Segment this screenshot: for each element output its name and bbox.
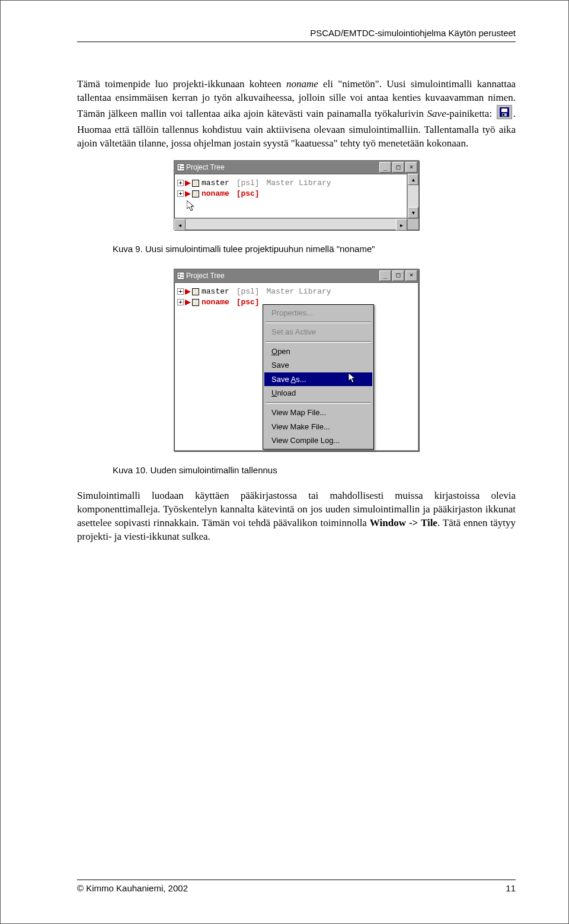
tree-ext: [psc]: [236, 189, 260, 199]
maximize-button[interactable]: □: [392, 162, 404, 173]
menu-separator: [266, 402, 371, 404]
svg-rect-6: [178, 165, 180, 167]
doc-icon: [192, 288, 199, 295]
svg-rect-8: [181, 166, 184, 167]
doc-icon: [192, 299, 199, 306]
triangle-icon: [185, 289, 191, 295]
scroll-left-button[interactable]: ◂: [174, 219, 186, 231]
tree-ext: [psc]: [236, 297, 260, 308]
figure-9-caption: Kuva 9. Uusi simulointimalli tulee proje…: [113, 243, 516, 255]
menu-item-view-map[interactable]: View Map File...: [264, 406, 372, 420]
doc-icon: [192, 190, 199, 197]
italic-noname: noname: [286, 78, 318, 90]
doc-icon: [192, 180, 199, 187]
window-title: Project Tree: [186, 271, 378, 281]
app-icon: [177, 163, 186, 171]
titlebar[interactable]: Project Tree _ □ ×: [174, 161, 418, 174]
triangle-icon: [185, 180, 191, 186]
svg-marker-19: [185, 299, 191, 305]
menu-item-view-compile[interactable]: View Compile Log...: [264, 434, 372, 448]
close-button[interactable]: ×: [405, 270, 417, 281]
tree-item-master: + master [psl] Master Library: [177, 286, 415, 297]
svg-rect-16: [181, 275, 184, 275]
tree-ext: [psl]: [236, 286, 260, 297]
svg-marker-18: [185, 289, 191, 295]
expand-icon[interactable]: +: [177, 288, 184, 295]
tree-ext: [psl]: [236, 178, 260, 189]
resize-grip[interactable]: [407, 218, 418, 230]
text: Tämä toimenpide luo projekti-ikkunaan ko…: [77, 78, 286, 90]
svg-rect-13: [177, 272, 184, 279]
triangle-icon: [185, 191, 191, 197]
page: PSCAD/EMTDC-simulointiohjelma Käytön per…: [0, 0, 569, 924]
menu-item-save[interactable]: Save: [264, 358, 372, 372]
window-title: Project Tree: [186, 163, 378, 172]
svg-rect-7: [178, 167, 180, 169]
triangle-icon: [185, 299, 191, 305]
tree-label: noname: [202, 189, 229, 199]
menu-item-unload[interactable]: Unload: [264, 386, 372, 400]
svg-rect-9: [181, 168, 184, 169]
paragraph-1: Tämä toimenpide luo projekti-ikkunaan ko…: [77, 78, 516, 151]
cursor-icon: [187, 200, 414, 216]
menu-separator: [266, 341, 371, 343]
figure-10-caption: Kuva 10. Uuden simulointimallin tallennu…: [113, 464, 516, 476]
scroll-track[interactable]: [186, 219, 396, 230]
maximize-button[interactable]: □: [392, 270, 404, 281]
menu-separator: [266, 321, 371, 323]
menu-item-view-make[interactable]: View Make File...: [264, 420, 372, 434]
titlebar[interactable]: Project Tree _ □ ×: [174, 269, 418, 282]
scroll-up-button[interactable]: ▴: [408, 174, 418, 185]
menu-item-save-as[interactable]: Save As...: [264, 372, 372, 387]
save-icon: [497, 105, 512, 123]
scroll-right-button[interactable]: ▸: [396, 219, 407, 231]
horizontal-scrollbar[interactable]: ◂ ▸: [174, 218, 407, 230]
tree-label: master: [202, 286, 229, 297]
svg-marker-11: [185, 191, 191, 197]
expand-icon[interactable]: +: [177, 180, 184, 186]
menu-item-set-active[interactable]: Set as Active: [264, 325, 372, 339]
svg-rect-2: [501, 109, 507, 112]
project-tree-window-2: Project Tree _ □ × + master [psl] Master…: [174, 269, 419, 451]
footer-page-number: 11: [506, 882, 516, 894]
svg-rect-15: [178, 276, 180, 278]
svg-rect-17: [181, 277, 184, 278]
expand-icon[interactable]: +: [177, 190, 184, 197]
svg-rect-5: [177, 164, 184, 171]
expand-icon[interactable]: +: [177, 299, 184, 305]
svg-marker-12: [187, 200, 194, 211]
context-menu: Properties... Set as Active Open Save Sa…: [263, 304, 374, 450]
text: -painiketta:: [446, 108, 496, 119]
close-button[interactable]: ×: [405, 162, 417, 173]
tree-label: noname: [202, 297, 229, 308]
bold-menu-path: Window -> Tile: [370, 517, 437, 528]
tree-desc: Master Library: [266, 178, 331, 189]
svg-marker-10: [185, 180, 191, 186]
tree-view[interactable]: + master [psl] Master Library + noname […: [174, 282, 418, 451]
tree-label: master: [202, 178, 229, 189]
tree-desc: Master Library: [266, 286, 331, 297]
footer-copyright: © Kimmo Kauhaniemi, 2002: [77, 882, 188, 894]
menu-item-open[interactable]: Open: [264, 345, 372, 359]
paragraph-2: Simulointimalli luodaan käyttäen pääkirj…: [77, 489, 516, 544]
svg-rect-4: [503, 114, 504, 116]
svg-marker-20: [349, 373, 355, 383]
tree-item-master: + master [psl] Master Library: [177, 178, 404, 189]
project-tree-window: Project Tree _ □ × + master [psl] Master…: [174, 160, 419, 231]
menu-item-properties[interactable]: Properties...: [264, 306, 372, 320]
page-footer: © Kimmo Kauhaniemi, 2002 11: [77, 880, 516, 894]
italic-save: Save: [427, 108, 446, 119]
tree-view[interactable]: + master [psl] Master Library + noname […: [174, 174, 407, 219]
app-icon: [177, 272, 186, 280]
running-header: PSCAD/EMTDC-simulointiohjelma Käytön per…: [77, 27, 516, 42]
tree-item-noname: + noname [psc]: [177, 189, 404, 199]
svg-rect-14: [178, 273, 180, 275]
cursor-icon: [349, 373, 357, 387]
minimize-button[interactable]: _: [379, 270, 391, 281]
minimize-button[interactable]: _: [379, 162, 391, 173]
